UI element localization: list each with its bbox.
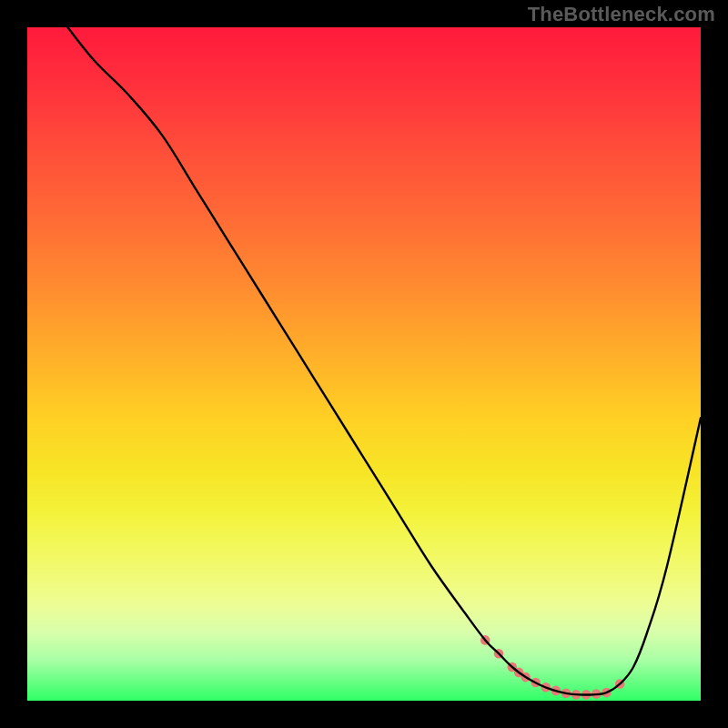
chart-svg (27, 27, 701, 701)
watermark-text: TheBottleneck.com (528, 3, 715, 26)
curve-line (67, 27, 701, 695)
chart-frame: TheBottleneck.com (0, 0, 728, 728)
plot-area (27, 27, 701, 701)
